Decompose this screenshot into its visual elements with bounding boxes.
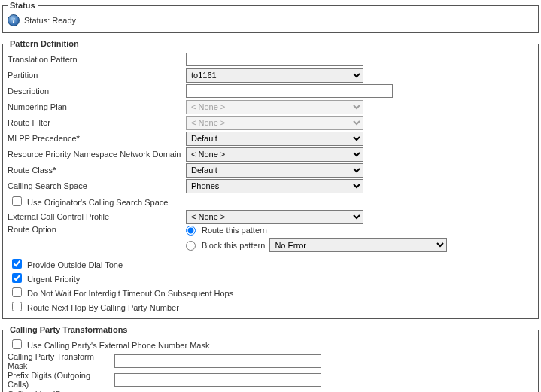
transform-mask-input[interactable] [114,354,321,368]
numbering-plan-select: < None > [186,100,363,114]
provide-dial-tone-label[interactable]: Provide Outside Dial Tone [12,260,123,269]
mlpp-precedence-label: MLPP Precedence* [8,134,186,143]
calling-search-space-select[interactable]: Phones [186,179,363,193]
status-text: Status: Ready [24,16,76,25]
description-label: Description [8,87,186,96]
use-originators-css-checkbox[interactable] [12,196,22,206]
status-line: i Status: Ready [8,13,533,28]
calling-party-fieldset: Calling Party Transformations Use Callin… [2,325,539,392]
prefix-digits-label: Prefix Digits (Outgoing Calls) [8,371,114,389]
calling-party-legend: Calling Party Transformations [8,325,129,334]
route-next-hop-label[interactable]: Route Next Hop By Calling Party Number [12,303,179,312]
numbering-plan-label: Numbering Plan [8,102,186,111]
pattern-definition-legend: Pattern Definition [8,39,81,48]
pattern-definition-fieldset: Pattern Definition Translation Pattern P… [2,39,539,319]
urgent-priority-checkbox[interactable] [12,273,22,283]
route-filter-label: Route Filter [8,118,186,127]
description-input[interactable] [186,84,393,98]
prefix-digits-input[interactable] [114,373,321,387]
do-not-wait-label[interactable]: Do Not Wait For Interdigit Timeout On Su… [12,289,233,298]
calling-search-space-label: Calling Search Space [8,181,186,190]
urgent-priority-label[interactable]: Urgent Priority [12,275,80,284]
external-call-control-label: External Call Control Profile [8,212,186,221]
block-reason-select[interactable]: No Error [269,238,447,252]
translation-pattern-input[interactable] [186,53,363,66]
route-option-label: Route Option [8,225,186,234]
block-this-pattern-text: Block this pattern [202,241,265,250]
use-external-mask-label[interactable]: Use Calling Party's External Phone Numbe… [12,341,209,350]
route-filter-select: < None > [186,116,363,130]
partition-select[interactable]: to1161 [186,68,363,83]
provide-dial-tone-checkbox[interactable] [12,259,22,269]
status-legend: Status [8,1,38,10]
use-originators-css-label[interactable]: Use Originator's Calling Search Space [12,198,168,207]
external-call-control-select[interactable]: < None > [186,210,363,224]
route-this-pattern-radio[interactable] [186,226,196,236]
resource-priority-select[interactable]: < None > [186,147,363,162]
block-this-pattern-radio[interactable] [186,241,196,251]
route-class-label: Route Class* [8,166,186,175]
route-this-pattern-text: Route this pattern [202,226,267,235]
status-fieldset: Status i Status: Ready [2,1,539,33]
transform-mask-label: Calling Party Transform Mask [8,352,114,370]
partition-label: Partition [8,71,186,80]
route-next-hop-checkbox[interactable] [12,302,22,311]
info-icon: i [8,14,20,26]
mlpp-precedence-select[interactable]: Default [186,132,363,146]
translation-pattern-label: Translation Pattern [8,55,186,64]
do-not-wait-checkbox[interactable] [12,287,22,297]
route-class-select[interactable]: Default [186,163,363,178]
resource-priority-label: Resource Priority Namespace Network Doma… [8,150,186,159]
use-external-mask-checkbox[interactable] [12,339,22,349]
